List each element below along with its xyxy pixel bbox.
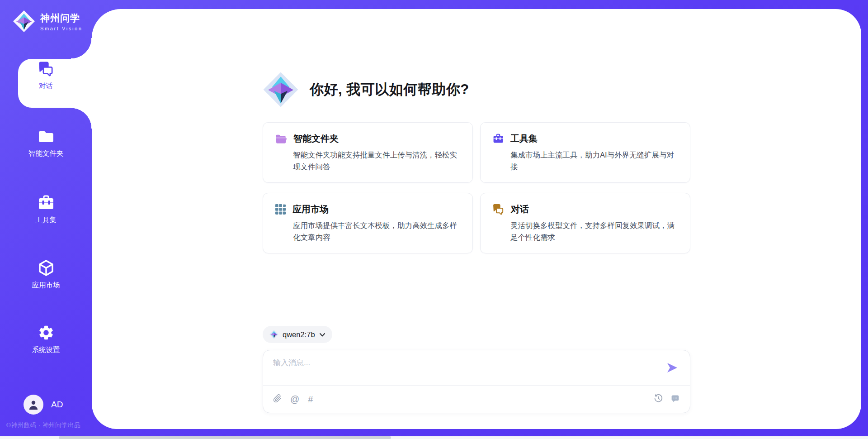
- history-button[interactable]: [654, 394, 663, 405]
- active-tab-curve-bottom: [71, 108, 92, 129]
- mention-button[interactable]: @: [290, 395, 299, 404]
- greeting-title: 你好, 我可以如何帮助你?: [310, 80, 469, 99]
- gear-icon: [0, 324, 92, 342]
- avatar: [24, 395, 43, 415]
- card-title: 应用市场: [292, 203, 329, 215]
- user-initials: AD: [51, 400, 63, 410]
- card-description: 灵活切换多模型文件，支持多样回复效果调试，满足个性化需求: [510, 220, 678, 243]
- card-title: 对话: [511, 203, 529, 215]
- send-icon: [666, 362, 678, 373]
- card-title: 工具集: [510, 133, 538, 145]
- chat-bubble-button[interactable]: [670, 394, 680, 405]
- brand-subtitle: Smart Vision: [40, 26, 82, 31]
- card-title: 智能文件夹: [293, 133, 339, 145]
- brand-diamond-icon: [13, 10, 35, 33]
- model-selector[interactable]: qwen2:7b: [263, 326, 332, 343]
- sidebar: 神州问学 Smart Vision 对话 智能文件夹: [0, 0, 92, 439]
- card-toolset[interactable]: 工具集 集成市场上主流工具，助力AI与外界无缝扩展与对接: [480, 122, 690, 183]
- scrollbar-thumb[interactable]: [59, 436, 391, 439]
- paperclip-icon: [273, 394, 282, 403]
- greeting: 你好, 我可以如何帮助你?: [263, 72, 690, 108]
- chat-icon: [492, 204, 505, 215]
- sidebar-item-app-market[interactable]: 应用市场: [0, 259, 92, 290]
- message-composer: @ #: [263, 350, 690, 413]
- chevron-down-icon: [319, 332, 326, 338]
- card-description: 集成市场上主流工具，助力AI与外界无缝扩展与对接: [510, 149, 678, 172]
- folder-open-icon: [275, 134, 287, 144]
- horizontal-scrollbar[interactable]: [0, 436, 868, 439]
- sidebar-item-chat[interactable]: 对话: [0, 60, 92, 91]
- cube-icon: [0, 259, 92, 277]
- card-chat[interactable]: 对话 灵活切换多模型文件，支持多样回复效果调试，满足个性化需求: [480, 193, 690, 253]
- user-profile[interactable]: AD: [24, 395, 63, 415]
- send-button[interactable]: [666, 362, 678, 375]
- sidebar-item-toolset[interactable]: 工具集: [0, 194, 92, 225]
- card-description: 应用市场提供丰富长文本模板，助力高效生成多样化文章内容: [293, 220, 461, 243]
- sidebar-item-settings[interactable]: 系统设置: [0, 324, 92, 355]
- folder-icon: [0, 127, 92, 145]
- chat-icon: [0, 60, 92, 78]
- sidebar-item-toolset-label: 工具集: [0, 215, 92, 225]
- assistant-diamond-icon: [263, 72, 299, 108]
- sidebar-item-chat-label: 对话: [0, 81, 92, 91]
- grid-icon: [275, 204, 286, 215]
- copyright-text: ©神州数码 · 神州问学出品: [6, 421, 80, 429]
- toolbox-icon: [0, 194, 92, 212]
- attach-file-button[interactable]: [273, 394, 282, 405]
- model-diamond-icon: [269, 330, 278, 339]
- sidebar-item-app-market-label: 应用市场: [0, 281, 92, 290]
- card-description: 智能文件夹功能支持批量文件上传与清洗，轻松实现文件问答: [293, 149, 461, 172]
- sidebar-item-smart-folder[interactable]: 智能文件夹: [0, 127, 92, 158]
- sidebar-item-smart-folder-label: 智能文件夹: [0, 149, 92, 158]
- hashtag-button[interactable]: #: [308, 395, 313, 404]
- brand-title: 神州问学: [40, 12, 82, 24]
- history-icon: [654, 394, 663, 403]
- brand-logo: 神州问学 Smart Vision: [13, 10, 82, 33]
- person-icon: [27, 398, 40, 411]
- composer-toolbar: @ #: [273, 386, 680, 413]
- card-app-market[interactable]: 应用市场 应用市场提供丰富长文本模板，助力高效生成多样化文章内容: [263, 193, 473, 253]
- toolbox-icon: [492, 133, 504, 144]
- message-input[interactable]: [273, 358, 648, 383]
- sidebar-item-settings-label: 系统设置: [0, 345, 92, 355]
- model-name: qwen2:7b: [283, 330, 315, 339]
- card-smart-folder[interactable]: 智能文件夹 智能文件夹功能支持批量文件上传与清洗，轻松实现文件问答: [263, 122, 473, 183]
- main-panel: 你好, 我可以如何帮助你? 智能文件夹 智能文件夹功能支持批量文件上传与清洗，轻…: [92, 9, 861, 429]
- feature-cards: 智能文件夹 智能文件夹功能支持批量文件上传与清洗，轻松实现文件问答 工具集 集成…: [263, 122, 690, 253]
- chat-bubble-icon: [670, 394, 680, 403]
- active-tab-curve-top: [71, 38, 92, 59]
